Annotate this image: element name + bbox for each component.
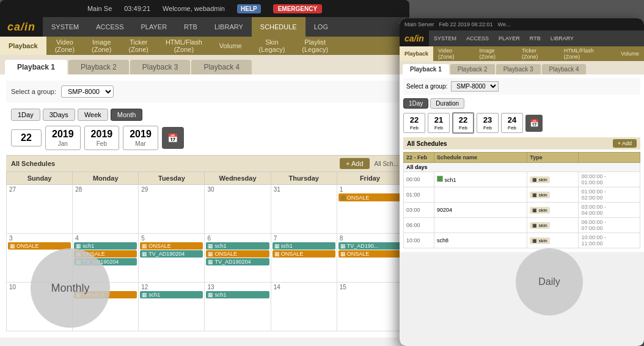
tablet-tab-pb1[interactable]: Playback 1	[403, 64, 449, 74]
nav-access[interactable]: ACCESS	[87, 17, 132, 37]
emergency-button[interactable]: EMERGENCY	[273, 4, 322, 13]
subnav-playlist[interactable]: Playlist(Legacy)	[293, 37, 337, 55]
tab-playback3[interactable]: Playback 3	[130, 60, 191, 74]
tablet-subnav-ticker[interactable]: Ticker (Zone)	[517, 46, 559, 61]
calendar-event[interactable]: ▦ONSALE	[140, 242, 203, 250]
calendar-event[interactable]: ▦sch1	[206, 291, 269, 298]
tablet-date-picker-button[interactable]: 📅	[525, 115, 543, 132]
calendar-cell[interactable]: 6 ▦sch1 ▦ONSALE ▦TV_AD190204	[205, 234, 271, 283]
view-1day[interactable]: 1Day	[11, 109, 40, 121]
subnav-volume[interactable]: Volume	[211, 37, 251, 55]
schedule-name-cell[interactable]: 90204	[434, 203, 527, 218]
skin-badge: ▦ skin	[530, 192, 549, 198]
nav-rtb[interactable]: RTB	[175, 17, 206, 37]
tablet-view-duration[interactable]: Duration	[430, 98, 464, 109]
tablet-tab-pb4[interactable]: Playback 4	[542, 64, 587, 74]
add-button[interactable]: + Add	[340, 158, 369, 169]
subnav-playback[interactable]: Playback	[0, 37, 46, 55]
group-select[interactable]: SMP-8000	[61, 85, 114, 98]
tablet-welcome: We...	[498, 21, 511, 27]
date-box-feb[interactable]: 2019 Feb	[84, 126, 120, 150]
schedule-name-cell[interactable]: sch8	[434, 233, 527, 248]
tab-playback2[interactable]: Playback 2	[68, 60, 129, 74]
calendar-event[interactable]: ▦TV_AD190204	[206, 258, 269, 265]
event-icon: ▦	[142, 243, 147, 249]
calendar-event[interactable]: ▦TV_AD190...	[338, 242, 401, 250]
view-week[interactable]: Week	[78, 109, 108, 121]
tablet-nav-library[interactable]: LIBRARY	[546, 31, 579, 46]
tablet-add-button[interactable]: + Add	[613, 139, 637, 148]
tablet-date-22[interactable]: 22 Feb	[452, 112, 474, 134]
date-box-jan[interactable]: 2019 Jan	[45, 126, 81, 150]
calendar-cell[interactable]: 7 ▦sch1 ▦ONSALE	[271, 234, 337, 283]
view-3days[interactable]: 3Days	[43, 109, 75, 121]
tablet-tab-pb2[interactable]: Playback 2	[450, 64, 495, 74]
tablet-nav-rtb[interactable]: RTB	[525, 31, 546, 46]
nav-schedule[interactable]: SCHEDULE	[252, 17, 306, 37]
calendar-cell[interactable]: 27	[7, 185, 73, 234]
calendar-event[interactable]: ▦TV_AD190204	[140, 250, 203, 258]
calendar-cell[interactable]: 13 ▦sch1	[205, 283, 271, 331]
calendar-cell[interactable]: 12 ▦sch1	[139, 283, 205, 331]
schedule-name-cell[interactable]: sch1	[434, 172, 527, 187]
calendar-event[interactable]: ▦ONSALE	[8, 242, 71, 250]
nav-system[interactable]: SYSTEM	[43, 17, 87, 37]
date-picker-button[interactable]: 📅	[162, 127, 184, 149]
calendar-cell[interactable]: 29	[139, 185, 205, 234]
tablet-tab-pb3[interactable]: Playback 3	[496, 64, 541, 74]
calendar-cell[interactable]: 8 ▦TV_AD190... ▦ONSALE	[337, 234, 403, 283]
tablet-subnav-html[interactable]: HTML/Flash (Zone)	[559, 46, 616, 61]
tablet-date-22-first[interactable]: 22 Feb	[403, 113, 425, 133]
tablet-date-24[interactable]: 24 Feb	[501, 113, 523, 133]
tablet-date-21[interactable]: 21 Feb	[428, 113, 450, 133]
tablet-nav-access[interactable]: ACCESS	[461, 31, 494, 46]
calendar-event[interactable]: ▦sch1	[74, 242, 137, 250]
calendar-event[interactable]: ▦sch1	[140, 291, 203, 298]
subnav-ticker[interactable]: Ticker(Zone)	[120, 37, 157, 55]
calendar-event[interactable]: ▦ONSALE	[273, 250, 335, 258]
calendar-cell[interactable]: 5 ▦ONSALE ▦TV_AD190204	[139, 234, 205, 283]
tablet-subnav-video[interactable]: Video (Zone)	[433, 46, 474, 61]
nav-player[interactable]: PLAYER	[133, 17, 176, 37]
type-cell: ▦ skin	[527, 187, 579, 203]
date-box-22[interactable]: 22	[11, 129, 42, 146]
nav-log[interactable]: LOG	[306, 17, 337, 37]
date-box-mar[interactable]: 2019 Mar	[123, 126, 158, 150]
tablet-subnav-volume[interactable]: Volume	[616, 46, 644, 61]
calendar-cell[interactable]: 1 ▦ONSALE	[337, 185, 403, 234]
col-schedule-name: Schedule name	[434, 153, 527, 163]
schedule-name-cell[interactable]	[434, 187, 527, 203]
calendar-event[interactable]: ▦sch1	[206, 242, 269, 250]
nav-library[interactable]: LIBRARY	[206, 17, 252, 37]
schedule-checkbox[interactable]	[437, 176, 443, 182]
all-days-cell: All days	[404, 163, 640, 172]
calendar-event[interactable]: ▦sch1	[273, 242, 335, 250]
tablet-subnav-playback[interactable]: Playback	[400, 46, 433, 61]
calendar-event[interactable]: ▦ONSALE	[338, 250, 401, 258]
tablet-subnav-image[interactable]: Image (Zone)	[474, 46, 517, 61]
subnav-skin[interactable]: Skin(Legacy)	[251, 37, 294, 55]
tablet-nav-system[interactable]: SYSTEM	[429, 31, 461, 46]
subnav-video[interactable]: Video(Zone)	[46, 37, 83, 55]
tablet-nav-player[interactable]: PLAYER	[494, 31, 525, 46]
tablet-schedule-table: 22 - Feb Schedule name Type All days 00:…	[403, 152, 640, 248]
calendar-event[interactable]: ▦ONSALE	[338, 193, 401, 201]
calendar-cell[interactable]: 30	[205, 185, 271, 234]
calendar-event[interactable]: ▦ONSALE	[206, 250, 269, 258]
calendar-cell[interactable]: 31	[271, 185, 337, 234]
calendar-cell[interactable]: 15	[337, 283, 403, 331]
tablet-view-1day[interactable]: 1Day	[403, 98, 428, 109]
schedule-name-cell[interactable]	[434, 218, 527, 233]
tab-playback4[interactable]: Playback 4	[191, 60, 252, 74]
calendar-cell[interactable]: 14	[271, 283, 337, 331]
type-cell: ▦ skin	[527, 172, 579, 187]
tablet-group-select[interactable]: SMP-8000	[451, 81, 499, 92]
tablet-date-23[interactable]: 23 Feb	[477, 113, 499, 133]
view-month[interactable]: Month	[111, 109, 143, 121]
col-thursday: Thursday	[271, 172, 337, 185]
subnav-image[interactable]: Image(Zone)	[83, 37, 120, 55]
calendar-cell[interactable]: 28	[73, 185, 139, 234]
subnav-html[interactable]: HTML/Flash(Zone)	[157, 37, 211, 55]
tab-playback1[interactable]: Playback 1	[5, 60, 67, 74]
help-button[interactable]: HELP	[237, 4, 261, 13]
